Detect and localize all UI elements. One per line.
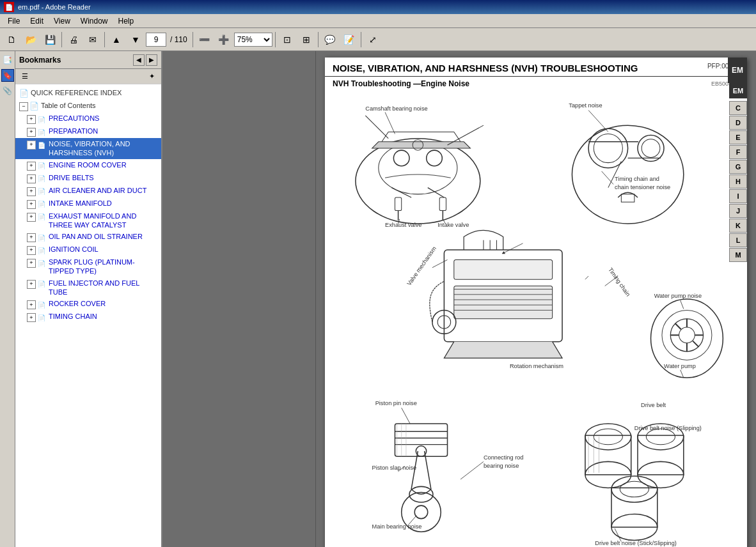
- svg-point-14: [588, 128, 628, 168]
- main-area: 📑 🔖 📎 Bookmarks ◀ ▶ ☰ ✦ 📄 QUICK REFERENC…: [0, 51, 756, 547]
- bk-expand-rocker-cover[interactable]: +: [27, 300, 36, 309]
- doc-view[interactable]: EM NOISE, VIBRATION, AND HARSHNESS (NVH)…: [316, 51, 756, 547]
- bk-quick-ref[interactable]: 📄 QUICK REFERENCE INDEX: [15, 87, 161, 100]
- bk-drive-belts[interactable]: + 📄 DRIVE BELTS: [15, 172, 161, 185]
- bk-ignition-coil[interactable]: + 📄 IGNITION COIL: [15, 243, 161, 256]
- fullscreen-button[interactable]: ⤢: [364, 31, 382, 49]
- bk-expand-ignition-coil[interactable]: +: [27, 246, 36, 255]
- bk-add-btn[interactable]: ✦: [145, 71, 159, 82]
- svg-point-48: [662, 310, 712, 360]
- bookmarks-list[interactable]: 📄 QUICK REFERENCE INDEX − 📄 Table of Con…: [15, 84, 161, 547]
- prev-page-button[interactable]: ▲: [107, 31, 125, 49]
- bk-oil-pan[interactable]: + 📄 OIL PAN AND OIL STRAINER: [15, 231, 161, 243]
- save-button[interactable]: 💾: [41, 31, 59, 49]
- collapse-panel-btn[interactable]: ▶: [146, 54, 157, 66]
- bk-expand-timing-chain[interactable]: +: [27, 313, 36, 322]
- fit-page-button[interactable]: ⊡: [278, 31, 296, 49]
- label-connecting-rod-noise: Connecting rod: [484, 454, 524, 461]
- menu-window[interactable]: Window: [75, 15, 113, 27]
- bk-intake[interactable]: + 📄 INTAKE MANIFOLD: [15, 197, 161, 210]
- fit-width-button[interactable]: ⊞: [297, 31, 315, 49]
- svg-point-41: [679, 327, 695, 343]
- bk-icon-nvh: 📄: [37, 141, 46, 150]
- bk-expand-oil-pan[interactable]: +: [27, 233, 36, 242]
- sep3: [193, 32, 193, 47]
- timing-chain-diagram: [572, 125, 683, 224]
- sep1: [61, 32, 62, 47]
- svg-line-22: [385, 112, 395, 134]
- label-timing-chain-noise: Timing chain and: [615, 176, 659, 182]
- bk-label-air-cleaner: AIR CLEANER AND AIR DUCT: [49, 186, 146, 195]
- markup-button[interactable]: 📝: [340, 31, 358, 49]
- bk-spark-plug[interactable]: + 📄 SPARK PLUG (PLATINUM-TIPPED TYPE): [15, 256, 161, 277]
- page-number-input[interactable]: 9: [146, 33, 166, 47]
- email-button[interactable]: ✉: [84, 31, 102, 49]
- bk-expand-drive-belts[interactable]: +: [27, 174, 36, 183]
- piston-diagram: [395, 424, 447, 532]
- zoom-in-button[interactable]: ➕: [215, 31, 233, 49]
- bk-toc[interactable]: − 📄 Table of Contents: [15, 100, 161, 112]
- comment-button[interactable]: 💬: [321, 31, 339, 49]
- bk-expand-spark-plug[interactable]: +: [27, 259, 36, 268]
- bk-label-quick-ref: QUICK REFERENCE INDEX: [31, 88, 122, 97]
- bk-expand-exhaust[interactable]: +: [27, 213, 36, 222]
- sidebar-icons: 📑 🔖 📎: [0, 51, 15, 547]
- menu-file[interactable]: File: [3, 15, 25, 27]
- bk-expand-intake[interactable]: +: [27, 200, 36, 209]
- zoom-out-button[interactable]: ➖: [196, 31, 214, 49]
- bookmarks-toolbar: ☰ ✦: [15, 69, 161, 84]
- bk-preparation[interactable]: + 📄 PREPARATION: [15, 125, 161, 138]
- bk-rocker-cover[interactable]: + 📄 ROCKER COVER: [15, 298, 161, 311]
- bk-expand-nvh[interactable]: +: [27, 141, 36, 150]
- attachments-toggle[interactable]: 📎: [1, 84, 14, 97]
- bk-expand-air-cleaner[interactable]: +: [27, 187, 36, 196]
- print-button[interactable]: 🖨: [65, 31, 83, 49]
- label-drive-belt-noise: Drive belt noise (Slipping): [634, 425, 702, 431]
- sep5: [318, 32, 319, 47]
- bk-icon-fuel-injector: 📄: [37, 280, 46, 289]
- bk-options-btn[interactable]: ☰: [18, 71, 32, 82]
- zoom-select[interactable]: 50% 75% 100% 125% 150%: [234, 33, 272, 47]
- bk-expand-engine-room[interactable]: +: [27, 162, 36, 171]
- em-section-tab[interactable]: EM: [728, 58, 747, 83]
- bk-precautions[interactable]: + 📄 PRECAUTIONS: [15, 112, 161, 125]
- menu-edit[interactable]: Edit: [25, 15, 49, 27]
- menu-bar: File Edit View Window Help: [0, 14, 756, 28]
- bookmarks-controls: ◀ ▶: [133, 54, 157, 66]
- bk-label-rocker-cover: ROCKER COVER: [49, 299, 106, 308]
- open-button[interactable]: 📂: [22, 31, 40, 49]
- bk-fuel-injector[interactable]: + 📄 FUEL INJECTOR AND FUEL TUBE: [15, 277, 161, 298]
- pages-toggle[interactable]: 🔖: [1, 69, 14, 82]
- bk-label-preparation: PREPARATION: [49, 127, 98, 135]
- expand-panel-btn[interactable]: ◀: [133, 54, 145, 66]
- bk-expand-preparation[interactable]: +: [27, 128, 36, 137]
- bk-icon-toc: 📄: [29, 102, 38, 111]
- bk-nvh[interactable]: + 📄 NOISE, VIBRATION, AND HARSHNESS (NVH…: [15, 138, 161, 159]
- bk-label-timing-chain: TIMING CHAIN: [49, 312, 97, 321]
- bk-expand-toc[interactable]: −: [19, 102, 28, 111]
- bk-air-cleaner[interactable]: + 📄 AIR CLEANER AND AIR DUCT: [15, 185, 161, 197]
- app-icon: 📄: [4, 2, 14, 12]
- menu-help[interactable]: Help: [113, 15, 139, 27]
- bk-label-ignition-coil: IGNITION COIL: [49, 245, 98, 254]
- doc-subtitle: NVH Troubleshooting —Engine Noise: [333, 79, 469, 88]
- bk-icon-engine-room: 📄: [37, 162, 46, 171]
- bk-timing-chain[interactable]: + 📄 TIMING CHAIN: [15, 311, 161, 323]
- bk-label-oil-pan: OIL PAN AND OIL STRAINER: [49, 232, 143, 241]
- menu-view[interactable]: View: [49, 15, 75, 27]
- bk-icon-precautions: 📄: [37, 115, 46, 124]
- bk-expand-precautions[interactable]: +: [27, 115, 36, 124]
- engine-diagram-container: Camshaft bearing noise Tappet noise Timi…: [325, 91, 747, 547]
- label-water-pump-noise: Water pump noise: [654, 293, 702, 299]
- label-intake-valve: Intake valve: [437, 222, 469, 228]
- bookmarks-toggle[interactable]: 📑: [1, 54, 14, 66]
- label-camshaft: Camshaft bearing noise: [365, 105, 427, 112]
- bk-expand-fuel-injector[interactable]: +: [27, 280, 36, 289]
- doc-header: NOISE, VIBRATION, AND HARSHNESS (NVH) TR…: [325, 58, 747, 77]
- bk-engine-room[interactable]: + 📄 ENGINE ROOM COVER: [15, 159, 161, 172]
- bk-exhaust[interactable]: + 📄 EXHAUST MANIFOLD AND THREE WAY CATAL…: [15, 210, 161, 231]
- next-page-button[interactable]: ▼: [127, 31, 145, 49]
- doc-page: EM NOISE, VIBRATION, AND HARSHNESS (NVH)…: [325, 58, 747, 547]
- new-button[interactable]: 🗋: [3, 31, 20, 49]
- label-drive-belt: Drive belt: [641, 402, 666, 408]
